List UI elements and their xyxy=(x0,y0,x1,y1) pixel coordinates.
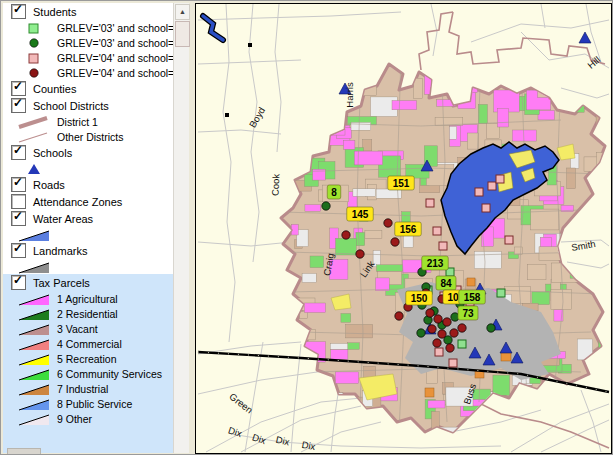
legend-item-label: GRLEV='04' and school='0023' xyxy=(57,67,173,79)
symbol-cell xyxy=(17,397,51,411)
student-marker-grlev04-school0015 xyxy=(426,199,434,207)
symbol-cell xyxy=(17,36,51,50)
map-id-badge-text: 10 xyxy=(447,292,459,303)
legend-item-label: 1 Agricultural xyxy=(57,293,118,305)
legend-item-label: Other Districts xyxy=(57,131,124,143)
map-id-badge-text: 213 xyxy=(427,258,444,269)
student-marker-grlev04-school0023 xyxy=(443,318,451,326)
poly-swatch-icon xyxy=(17,292,51,306)
poly-swatch-icon xyxy=(17,397,51,411)
legend-group-water-areas: ✓Water Areas xyxy=(3,210,173,242)
checkbox-schools[interactable]: ✓ xyxy=(11,145,26,160)
map-id-badge-text: 158 xyxy=(464,292,481,303)
symbol-cell xyxy=(17,382,51,396)
legend-row-students[interactable]: ✓Students xyxy=(3,3,173,20)
poly-swatch-icon xyxy=(17,337,51,351)
legend-item-label: 7 Industrial xyxy=(57,383,108,395)
legend-row-counties[interactable]: ✓Counties xyxy=(3,80,173,97)
student-marker-grlev04-school0023 xyxy=(395,312,403,320)
legend-item-6-community-services: 6 Community Services xyxy=(3,366,173,381)
legend-item-label: 4 Commercial xyxy=(57,338,122,350)
legend-item-label: 9 Other xyxy=(57,413,92,425)
legend-row-tax-parcels[interactable]: ✓Tax Parcels xyxy=(3,274,173,291)
symbol-cell xyxy=(17,228,51,242)
legend-label: Schools xyxy=(33,147,72,159)
legend-horizontal-scrollbar[interactable] xyxy=(7,448,41,455)
map-id-badge-text: 151 xyxy=(393,178,410,189)
checkbox-counties[interactable]: ✓ xyxy=(11,81,26,96)
scrollbar-thumb[interactable] xyxy=(175,21,190,47)
line-thin-swatch-icon xyxy=(17,130,51,144)
legend-item xyxy=(3,259,173,274)
map-id-badge-text: 8 xyxy=(331,187,337,198)
check-icon: ✓ xyxy=(13,97,23,110)
poly-swatch-icon xyxy=(17,412,51,426)
poly-swatch-icon xyxy=(17,322,51,336)
legend-label: Tax Parcels xyxy=(33,277,90,289)
checkbox-students[interactable]: ✓ xyxy=(11,4,26,19)
circle-swatch-icon xyxy=(17,66,51,80)
legend-item-7-industrial: 7 Industrial xyxy=(3,381,173,396)
legend-item-label: 3 Vacant xyxy=(57,323,98,335)
legend-row-attendance-zones[interactable]: Attendance Zones xyxy=(3,193,173,210)
legend-item-grlev-04-and-school-0023: GRLEV='04' and school='0023' xyxy=(3,65,173,80)
legend-panel[interactable]: ✓StudentsGRLEV='03' and school='0015'GRL… xyxy=(3,3,173,453)
student-marker-grlev04-school0023 xyxy=(446,344,454,352)
checkbox-roads[interactable]: ✓ xyxy=(11,177,26,192)
poly-swatch-icon xyxy=(17,307,51,321)
student-marker-grlev04-school0023 xyxy=(342,231,350,239)
legend-label: School Districts xyxy=(33,100,109,112)
legend-item-2-residential: 2 Residential xyxy=(3,306,173,321)
student-marker-grlev04-school0015 xyxy=(482,204,490,212)
map-id-badge-text: 73 xyxy=(462,308,474,319)
student-marker-grlev04-school0015 xyxy=(496,175,504,183)
legend-item-4-commercial: 4 Commercial xyxy=(3,336,173,351)
symbol-cell xyxy=(17,337,51,351)
symbol-cell xyxy=(17,162,51,176)
student-marker-grlev04-school0023 xyxy=(428,325,436,333)
legend-group-tax-parcels: ✓Tax Parcels1 Agricultural2 Residential3… xyxy=(3,274,173,453)
road-label-harris: Harris xyxy=(344,82,355,108)
check-icon: ✓ xyxy=(13,274,23,287)
legend-group-landmarks: ✓Landmarks xyxy=(3,242,173,274)
legend-row-school-districts[interactable]: ✓School Districts xyxy=(3,97,173,114)
student-marker-grlev03-school0023 xyxy=(487,324,495,332)
legend-row-schools[interactable]: ✓Schools xyxy=(3,144,173,161)
legend-group-school-districts: ✓School DistrictsDistrict 1Other Distric… xyxy=(3,97,173,144)
legend-item-label: GRLEV='04' and school='0015' xyxy=(57,52,173,64)
legend-item-label: 5 Recreation xyxy=(57,353,117,365)
legend-item-district-1: District 1 xyxy=(3,114,173,129)
scroll-up-arrow-icon[interactable]: ▲ xyxy=(175,4,190,20)
checkbox-tax-parcels[interactable]: ✓ xyxy=(11,275,26,290)
legend-item-grlev-03-and-school-0023: GRLEV='03' and school='0023' xyxy=(3,35,173,50)
symbol-cell xyxy=(17,307,51,321)
checkbox-school-districts[interactable]: ✓ xyxy=(11,98,26,113)
student-marker-grlev03-school0023 xyxy=(322,202,330,210)
legend-label: Attendance Zones xyxy=(33,196,122,208)
poly-swatch-icon xyxy=(17,367,51,381)
square-swatch-icon xyxy=(17,21,51,35)
legend-label: Landmarks xyxy=(33,245,87,257)
landmark-dot xyxy=(248,43,252,47)
student-marker-grlev04-school0015 xyxy=(449,359,457,367)
legend-item-grlev-03-and-school-0015: GRLEV='03' and school='0015' xyxy=(3,20,173,35)
symbol-cell xyxy=(17,292,51,306)
poly-swatch-icon xyxy=(17,260,51,274)
checkbox-landmarks[interactable]: ✓ xyxy=(11,243,26,258)
map-id-badge-text: 84 xyxy=(440,278,452,289)
legend-row-water-areas[interactable]: ✓Water Areas xyxy=(3,210,173,227)
legend-vertical-scrollbar[interactable]: ▲ xyxy=(173,3,189,453)
legend-row-roads[interactable]: ✓Roads xyxy=(3,176,173,193)
legend-label: Counties xyxy=(33,83,76,95)
checkbox-water-areas[interactable]: ✓ xyxy=(11,211,26,226)
legend-item-9-other: 9 Other xyxy=(3,411,173,426)
symbol-cell xyxy=(17,322,51,336)
poly-swatch-icon xyxy=(17,228,51,242)
map-view[interactable]: 8145151156213841501015873BoydCookHarrisC… xyxy=(195,3,612,454)
legend-group-counties: ✓Counties xyxy=(3,80,173,97)
checkbox-attendance-zones[interactable] xyxy=(11,194,26,209)
legend-row-landmarks[interactable]: ✓Landmarks xyxy=(3,242,173,259)
student-marker-grlev04-school0023 xyxy=(384,219,392,227)
student-marker-grlev04-school0023 xyxy=(356,250,364,258)
symbol-cell xyxy=(17,51,51,65)
